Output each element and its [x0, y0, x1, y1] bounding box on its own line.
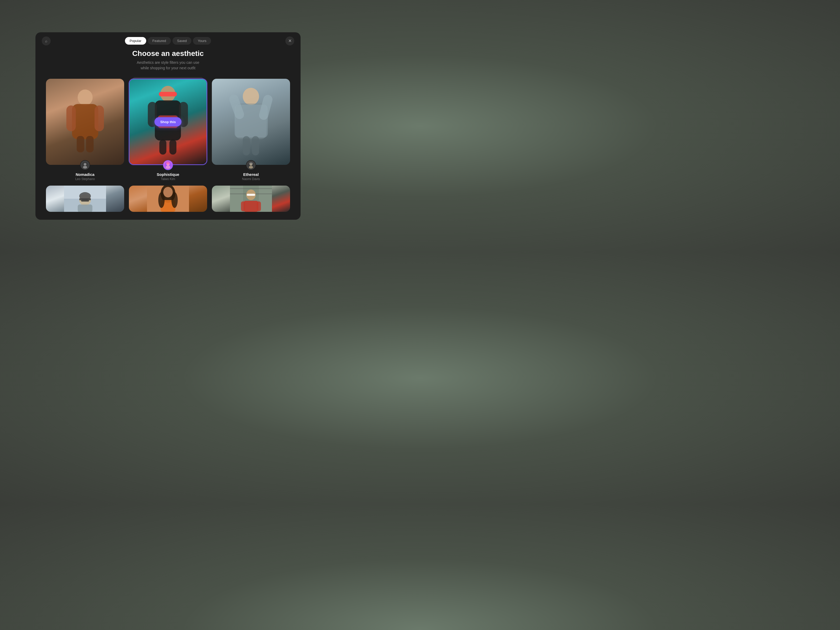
ethereal-photo: [212, 79, 290, 165]
svg-point-31: [249, 162, 253, 165]
nomadica-figure: [62, 85, 109, 159]
aesthetic-modal: ⌕ Popular Featured Saved Yours ✕ Choose …: [35, 32, 300, 220]
card-sophistique: Shop this Sophistique Taiwo Kim: [129, 79, 207, 181]
svg-point-42: [163, 187, 173, 197]
card-partial-3[interactable]: [212, 186, 290, 212]
page-subtitle: Aesthetics are style filters you can use…: [41, 60, 295, 71]
svg-rect-53: [243, 201, 258, 212]
svg-rect-15: [159, 140, 167, 155]
title-section: Choose an aesthetic Aesthetics are style…: [35, 49, 300, 71]
sophistique-info: Sophistique Taiwo Kim: [157, 160, 179, 181]
partial-figure-2: [129, 186, 207, 212]
svg-rect-55: [257, 201, 261, 211]
avatar-ethereal: [246, 160, 256, 170]
nomadica-photo: [46, 79, 124, 165]
svg-rect-49: [230, 188, 272, 189]
close-button[interactable]: ✕: [285, 36, 294, 46]
tab-saved[interactable]: Saved: [172, 37, 192, 45]
shop-this-button[interactable]: Shop this: [154, 117, 182, 126]
svg-point-44: [158, 192, 164, 208]
card-sophistique-image[interactable]: Shop this: [129, 79, 207, 165]
card-nomadica: Nomadica Leo Stephano: [46, 79, 124, 181]
avatar-sophistique: [163, 160, 173, 170]
card-nomadica-image[interactable]: [46, 79, 124, 165]
close-icon: ✕: [288, 38, 292, 43]
svg-rect-3: [95, 105, 104, 131]
svg-point-7: [84, 163, 86, 166]
svg-point-19: [166, 166, 171, 169]
svg-rect-16: [170, 140, 177, 155]
cards-grid-row2: [35, 181, 300, 212]
svg-point-0: [77, 90, 92, 106]
svg-rect-52: [247, 194, 255, 196]
nomadica-name: Nomadica: [76, 172, 95, 177]
tab-featured[interactable]: Featured: [148, 37, 171, 45]
svg-point-21: [243, 88, 259, 105]
nomadica-info: Nomadica Leo Stephano: [75, 160, 95, 181]
svg-point-8: [83, 166, 87, 169]
svg-rect-10: [159, 92, 177, 96]
tab-popular[interactable]: Popular: [125, 37, 146, 45]
svg-rect-4: [77, 136, 84, 153]
nomadica-author: Leo Stephano: [75, 177, 95, 181]
svg-point-20: [166, 162, 170, 164]
svg-rect-2: [66, 105, 76, 131]
sophistique-name: Sophistique: [157, 172, 179, 177]
partial-figure-3: [212, 186, 290, 212]
ethereal-author: Naomi Davis: [242, 177, 260, 181]
ethereal-figure: [226, 84, 276, 159]
avatar-nomadica: [80, 160, 90, 170]
svg-rect-5: [86, 136, 94, 153]
cards-grid-row1: Nomadica Leo Stephano: [35, 79, 300, 181]
svg-rect-37: [81, 200, 89, 202]
svg-rect-27: [252, 136, 259, 155]
card-partial-1[interactable]: [46, 186, 124, 212]
ethereal-name: Ethereal: [243, 172, 259, 177]
card-ethereal-image[interactable]: [212, 79, 290, 165]
svg-rect-1: [72, 104, 98, 139]
search-icon: ⌕: [45, 39, 47, 43]
svg-point-45: [171, 192, 178, 208]
page-title: Choose an aesthetic: [41, 49, 295, 58]
sophistique-author: Taiwo Kim: [161, 177, 175, 181]
card-partial-2[interactable]: [129, 186, 207, 212]
card-ethereal: Ethereal Naomi Davis: [212, 79, 290, 181]
modal-header: ⌕ Popular Featured Saved Yours ✕: [35, 32, 300, 49]
svg-rect-38: [78, 204, 92, 212]
tabs-container: Popular Featured Saved Yours: [125, 37, 211, 45]
ethereal-info: Ethereal Naomi Davis: [242, 160, 260, 181]
svg-rect-54: [241, 201, 245, 211]
svg-rect-26: [243, 136, 250, 155]
svg-point-30: [249, 166, 253, 169]
search-button[interactable]: ⌕: [42, 36, 51, 46]
tab-yours[interactable]: Yours: [193, 37, 211, 45]
partial-figure-1: [46, 186, 124, 212]
